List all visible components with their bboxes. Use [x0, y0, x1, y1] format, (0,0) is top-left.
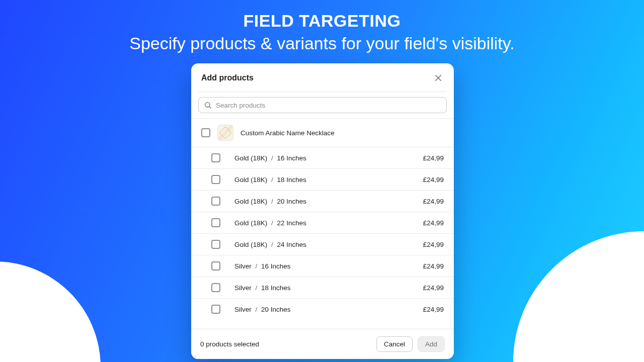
variant-checkbox[interactable] [211, 153, 220, 162]
search-input[interactable] [216, 102, 441, 109]
variant-label: Gold (18K) / 24 Inches [227, 241, 416, 248]
variant-label: Silver / 20 Inches [227, 306, 416, 313]
variant-size: 20 Inches [277, 198, 307, 205]
variant-row[interactable]: Silver / 18 Inches£24,99 [191, 277, 454, 298]
variant-material: Gold (18K) [234, 176, 267, 184]
variant-price: £24,99 [423, 284, 444, 292]
variant-row[interactable]: Silver / 16 Inches£24,99 [191, 255, 454, 277]
variant-price: £24,99 [423, 198, 444, 205]
variant-separator: / [267, 154, 277, 162]
variant-size: 18 Inches [261, 284, 291, 292]
variant-price: £24,99 [423, 176, 444, 184]
hero-title: FIELD TARGETING [0, 11, 644, 31]
product-checkbox[interactable] [201, 128, 210, 137]
variant-size: 16 Inches [261, 262, 291, 270]
search-icon [204, 101, 212, 109]
variant-price: £24,99 [423, 154, 444, 162]
add-button[interactable]: Add [418, 336, 445, 352]
variant-label: Silver / 16 Inches [227, 262, 416, 270]
variant-material: Gold (18K) [234, 219, 267, 227]
variant-row[interactable]: Gold (18K) / 20 Inches£24,99 [191, 190, 454, 212]
variant-separator: / [252, 262, 261, 270]
variant-material: Silver [234, 262, 252, 270]
variant-checkbox[interactable] [211, 197, 220, 206]
add-products-modal: Add products Custom Ara [191, 63, 454, 359]
variant-size: 24 Inches [277, 241, 307, 248]
decorative-circle-bottom-right [513, 231, 644, 362]
decorative-circle-bottom-left [0, 261, 101, 362]
variant-checkbox[interactable] [211, 305, 220, 314]
variant-price: £24,99 [423, 241, 444, 248]
variant-row[interactable]: Gold (18K) / 24 Inches£24,99 [191, 233, 454, 255]
product-name: Custom Arabic Name Necklace [240, 129, 335, 137]
variant-material: Gold (18K) [234, 154, 267, 162]
variant-checkbox[interactable] [211, 218, 220, 227]
hero-subtitle: Specify products & variants for your fie… [0, 34, 644, 53]
search-field[interactable] [198, 97, 447, 113]
variant-checkbox[interactable] [211, 283, 220, 292]
cancel-button[interactable]: Cancel [376, 336, 413, 352]
variant-label: Gold (18K) / 16 Inches [227, 154, 416, 162]
variant-size: 16 Inches [277, 154, 307, 162]
variant-label: Gold (18K) / 18 Inches [227, 176, 416, 184]
variant-material: Silver [234, 284, 252, 292]
variant-label: Silver / 18 Inches [227, 284, 416, 292]
variant-separator: / [267, 219, 277, 227]
variant-row[interactable]: Gold (18K) / 22 Inches£24,99 [191, 212, 454, 233]
variant-checkbox[interactable] [211, 175, 220, 184]
close-icon [434, 73, 443, 82]
variant-row[interactable]: Silver / 20 Inches£24,99 [191, 298, 454, 320]
variant-material: Silver [234, 306, 252, 313]
variant-material: Gold (18K) [234, 241, 267, 248]
variant-price: £24,99 [423, 306, 444, 313]
variant-label: Gold (18K) / 22 Inches [227, 219, 416, 227]
variant-price: £24,99 [423, 262, 444, 270]
variant-size: 18 Inches [277, 176, 307, 184]
svg-line-3 [209, 107, 211, 108]
product-list[interactable]: Custom Arabic Name Necklace Gold (18K) /… [191, 118, 454, 329]
variant-label: Gold (18K) / 20 Inches [227, 198, 416, 205]
variant-checkbox[interactable] [211, 240, 220, 249]
variant-size: 22 Inches [277, 219, 307, 227]
variant-row[interactable]: Gold (18K) / 16 Inches£24,99 [191, 147, 454, 168]
modal-title: Add products [201, 73, 254, 82]
close-button[interactable] [433, 72, 444, 83]
selected-count: 0 products selected [200, 340, 259, 348]
product-thumbnail [217, 125, 233, 141]
variant-separator: / [267, 241, 277, 248]
variant-separator: / [267, 176, 277, 184]
variant-size: 20 Inches [261, 306, 291, 313]
variant-row[interactable]: Gold (18K) / 18 Inches£24,99 [191, 168, 454, 190]
product-row[interactable]: Custom Arabic Name Necklace [191, 118, 454, 147]
variant-material: Gold (18K) [234, 198, 267, 205]
variant-checkbox[interactable] [211, 261, 220, 270]
variant-separator: / [267, 198, 277, 205]
variant-separator: / [252, 306, 261, 313]
variant-separator: / [252, 284, 261, 292]
variant-price: £24,99 [423, 219, 444, 227]
